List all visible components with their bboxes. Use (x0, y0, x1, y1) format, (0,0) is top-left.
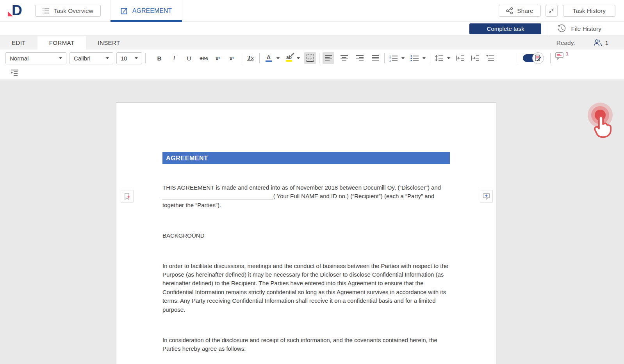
font-size-value: 10 (121, 55, 127, 62)
divider (241, 53, 241, 63)
paragraph-consideration[interactable]: In consideration of the disclosure and r… (162, 336, 450, 353)
chevron-down-icon (297, 57, 300, 59)
font-family-value: Calibri (74, 55, 91, 62)
first-line-indent-button[interactable] (9, 67, 20, 78)
bullet-list-icon (410, 55, 419, 62)
numbered-list-menu-button[interactable] (400, 52, 406, 64)
superscript-mark: 2 (218, 56, 220, 60)
tab-format[interactable]: FORMAT (37, 36, 86, 50)
divider (384, 53, 385, 63)
collapse-arrows-icon (548, 8, 554, 14)
numbered-list-button[interactable]: 123 (388, 52, 399, 64)
italic-button[interactable]: I (168, 52, 180, 64)
status-text: Ready. (556, 36, 575, 50)
paragraph-background[interactable]: In order to facilitate discussions, meet… (162, 262, 450, 314)
increase-indent-icon (471, 55, 480, 61)
tab-agreement[interactable]: AGREEMENT (110, 0, 182, 22)
collapse-view-button[interactable] (546, 5, 558, 17)
chevron-down-icon (106, 57, 109, 59)
clear-format-x: x (251, 56, 253, 60)
chevron-down-icon (423, 57, 426, 59)
justify-icon (372, 55, 379, 62)
action-bar: Complete task File History (0, 22, 624, 36)
formatting-toolbar: Normal Calibri 10 B I U abc x2 x2 Tx (0, 50, 624, 80)
justify-button[interactable] (369, 52, 381, 64)
hanging-indent-button[interactable] (484, 52, 496, 64)
divider (547, 22, 547, 36)
highlight-color-button[interactable]: ab (283, 52, 295, 64)
comment-count-badge: 1 (566, 51, 569, 57)
superscript-button[interactable]: x2 (212, 52, 224, 64)
decrease-indent-icon (456, 55, 465, 61)
task-history-label: Task History (573, 7, 606, 14)
bullet-list-menu-button[interactable] (421, 52, 427, 64)
share-button[interactable]: Share (499, 5, 540, 17)
agreement-tab-label: AGREEMENT (132, 7, 172, 14)
bullet-list-button[interactable] (409, 52, 421, 64)
edit-document-icon (121, 7, 128, 15)
task-history-button[interactable]: Task History (563, 5, 615, 17)
comments-button[interactable]: 1 (555, 52, 569, 64)
line-spacing-menu-button[interactable] (446, 52, 451, 64)
task-overview-button[interactable]: Task Overview (35, 5, 101, 17)
font-color-letter: A (267, 54, 271, 60)
divider (145, 53, 146, 63)
file-history-label: File History (571, 25, 601, 32)
align-right-button[interactable] (354, 52, 365, 64)
add-bookmark-button[interactable] (121, 190, 134, 203)
toggle-knob (532, 52, 544, 64)
decrease-indent-button[interactable] (455, 52, 466, 64)
first-line-indent-icon (10, 69, 19, 76)
divider (430, 53, 430, 63)
collaborator-count: 1 (605, 39, 608, 46)
pen-icon (291, 53, 294, 56)
chevron-down-icon (401, 57, 405, 59)
align-left-icon (325, 55, 332, 62)
divider (259, 53, 260, 63)
file-history-button[interactable]: File History (557, 24, 601, 33)
paragraph-style-dropdown[interactable]: Normal (5, 52, 66, 64)
add-comment-button[interactable] (480, 190, 493, 203)
hanging-indent-icon (486, 55, 494, 61)
divider (550, 53, 551, 63)
table-borders-icon (306, 54, 314, 62)
align-center-button[interactable] (338, 52, 350, 64)
chevron-down-icon (447, 57, 450, 59)
track-changes-toggle[interactable] (523, 52, 544, 64)
top-bar: D Task Overview AGREEMENT (0, 0, 624, 22)
subscript-mark: 2 (232, 56, 234, 60)
tab-insert[interactable]: INSERT (86, 36, 132, 50)
font-family-dropdown[interactable]: Calibri (70, 52, 113, 64)
borders-button[interactable] (304, 52, 316, 64)
align-left-button[interactable] (323, 52, 334, 64)
heading-background[interactable]: BACKGROUND (162, 231, 450, 240)
line-spacing-button[interactable] (433, 52, 445, 64)
history-clock-icon (557, 24, 566, 33)
font-color-button[interactable]: A (263, 52, 275, 64)
subscript-base: x (230, 55, 232, 61)
align-right-icon (356, 55, 364, 62)
font-color-swatch (266, 60, 272, 62)
document-page[interactable]: AGREEMENT THIS AGREEMENT is made and ent… (116, 102, 496, 364)
chevron-down-icon (135, 57, 138, 59)
highlight-menu-button[interactable] (296, 52, 301, 64)
paragraph-intro[interactable]: THIS AGREEMENT is made and entered into … (162, 183, 450, 210)
divider (518, 53, 518, 63)
subscript-button[interactable]: x2 (226, 52, 238, 64)
redline-document-icon (535, 55, 542, 62)
tab-edit[interactable]: EDIT (0, 36, 37, 50)
share-icon (506, 7, 513, 14)
font-size-dropdown[interactable]: 10 (116, 52, 142, 64)
document-title-bar[interactable]: AGREEMENT (162, 152, 450, 164)
complete-task-button[interactable]: Complete task (469, 23, 541, 34)
task-overview-label: Task Overview (54, 7, 93, 14)
underline-button[interactable]: U (183, 52, 195, 64)
strikethrough-button[interactable]: abc (198, 52, 210, 64)
highlight-color-swatch (286, 60, 292, 62)
increase-indent-button[interactable] (469, 52, 481, 64)
collaborators-indicator[interactable]: 1 (593, 36, 608, 50)
font-color-menu-button[interactable] (275, 52, 281, 64)
document-canvas[interactable]: AGREEMENT THIS AGREEMENT is made and ent… (0, 80, 624, 364)
bold-button[interactable]: B (153, 52, 165, 64)
clear-formatting-button[interactable]: Tx (244, 52, 256, 64)
